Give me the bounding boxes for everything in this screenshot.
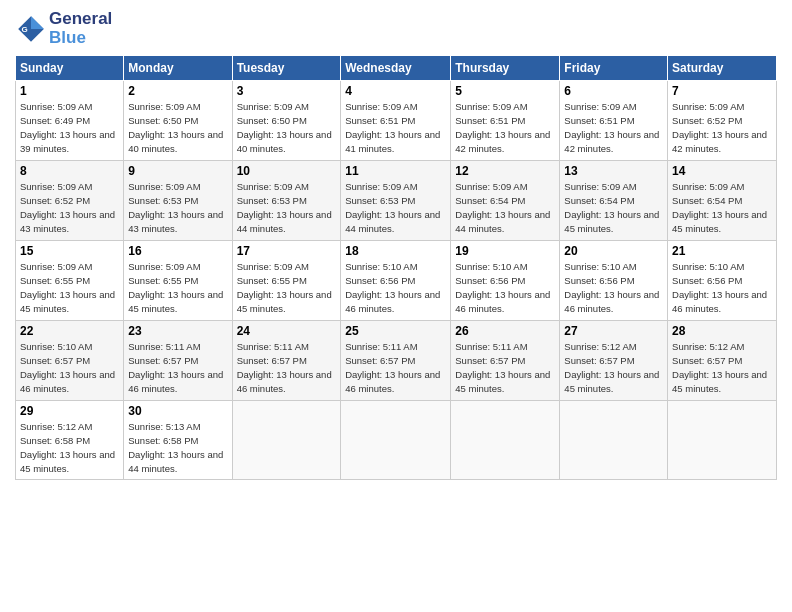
day-info: Sunrise: 5:09 AMSunset: 6:54 PMDaylight:… (455, 181, 550, 233)
header-row: Sunday Monday Tuesday Wednesday Thursday… (16, 56, 777, 81)
day-info: Sunrise: 5:09 AMSunset: 6:52 PMDaylight:… (20, 181, 115, 233)
logo-line2: Blue (49, 29, 112, 48)
day-info: Sunrise: 5:09 AMSunset: 6:50 PMDaylight:… (237, 101, 332, 153)
svg-marker-1 (31, 16, 44, 29)
table-row: 27 Sunrise: 5:12 AMSunset: 6:57 PMDaylig… (560, 321, 668, 401)
day-number: 9 (128, 164, 227, 178)
logo: G General Blue (15, 10, 112, 47)
table-row: 24 Sunrise: 5:11 AMSunset: 6:57 PMDaylig… (232, 321, 341, 401)
day-number: 20 (564, 244, 663, 258)
day-number: 18 (345, 244, 446, 258)
empty-cell (668, 401, 777, 479)
day-number: 13 (564, 164, 663, 178)
day-info: Sunrise: 5:10 AMSunset: 6:56 PMDaylight:… (455, 261, 550, 313)
table-row: 16 Sunrise: 5:09 AMSunset: 6:55 PMDaylig… (124, 241, 232, 321)
table-row: 5 Sunrise: 5:09 AMSunset: 6:51 PMDayligh… (451, 81, 560, 161)
col-sat: Saturday (668, 56, 777, 81)
day-info: Sunrise: 5:09 AMSunset: 6:55 PMDaylight:… (128, 261, 223, 313)
logo-line1: General (49, 10, 112, 29)
day-info: Sunrise: 5:11 AMSunset: 6:57 PMDaylight:… (455, 341, 550, 393)
day-info: Sunrise: 5:09 AMSunset: 6:51 PMDaylight:… (564, 101, 659, 153)
day-info: Sunrise: 5:10 AMSunset: 6:57 PMDaylight:… (20, 341, 115, 393)
table-row: 19 Sunrise: 5:10 AMSunset: 6:56 PMDaylig… (451, 241, 560, 321)
day-number: 25 (345, 324, 446, 338)
day-info: Sunrise: 5:11 AMSunset: 6:57 PMDaylight:… (128, 341, 223, 393)
week-row: 8 Sunrise: 5:09 AMSunset: 6:52 PMDayligh… (16, 161, 777, 241)
week-row: 1 Sunrise: 5:09 AMSunset: 6:49 PMDayligh… (16, 81, 777, 161)
day-number: 29 (20, 404, 119, 418)
day-info: Sunrise: 5:09 AMSunset: 6:51 PMDaylight:… (345, 101, 440, 153)
table-row: 17 Sunrise: 5:09 AMSunset: 6:55 PMDaylig… (232, 241, 341, 321)
table-row: 25 Sunrise: 5:11 AMSunset: 6:57 PMDaylig… (341, 321, 451, 401)
table-row: 11 Sunrise: 5:09 AMSunset: 6:53 PMDaylig… (341, 161, 451, 241)
week-row: 29 Sunrise: 5:12 AMSunset: 6:58 PMDaylig… (16, 401, 777, 479)
day-info: Sunrise: 5:12 AMSunset: 6:58 PMDaylight:… (20, 421, 115, 473)
week-row: 22 Sunrise: 5:10 AMSunset: 6:57 PMDaylig… (16, 321, 777, 401)
logo-icon: G (15, 13, 47, 45)
day-number: 3 (237, 84, 337, 98)
table-row: 30 Sunrise: 5:13 AMSunset: 6:58 PMDaylig… (124, 401, 232, 479)
empty-cell (451, 401, 560, 479)
table-row: 14 Sunrise: 5:09 AMSunset: 6:54 PMDaylig… (668, 161, 777, 241)
day-info: Sunrise: 5:09 AMSunset: 6:54 PMDaylight:… (672, 181, 767, 233)
day-info: Sunrise: 5:12 AMSunset: 6:57 PMDaylight:… (564, 341, 659, 393)
day-info: Sunrise: 5:11 AMSunset: 6:57 PMDaylight:… (237, 341, 332, 393)
table-row: 20 Sunrise: 5:10 AMSunset: 6:56 PMDaylig… (560, 241, 668, 321)
col-wed: Wednesday (341, 56, 451, 81)
day-number: 26 (455, 324, 555, 338)
table-row: 4 Sunrise: 5:09 AMSunset: 6:51 PMDayligh… (341, 81, 451, 161)
day-info: Sunrise: 5:09 AMSunset: 6:53 PMDaylight:… (345, 181, 440, 233)
table-row: 15 Sunrise: 5:09 AMSunset: 6:55 PMDaylig… (16, 241, 124, 321)
day-info: Sunrise: 5:10 AMSunset: 6:56 PMDaylight:… (564, 261, 659, 313)
day-number: 14 (672, 164, 772, 178)
table-row: 12 Sunrise: 5:09 AMSunset: 6:54 PMDaylig… (451, 161, 560, 241)
day-info: Sunrise: 5:11 AMSunset: 6:57 PMDaylight:… (345, 341, 440, 393)
day-number: 7 (672, 84, 772, 98)
day-number: 22 (20, 324, 119, 338)
table-row: 1 Sunrise: 5:09 AMSunset: 6:49 PMDayligh… (16, 81, 124, 161)
page: G General Blue Sunday Monday Tuesday Wed… (0, 0, 792, 612)
day-info: Sunrise: 5:09 AMSunset: 6:55 PMDaylight:… (20, 261, 115, 313)
day-info: Sunrise: 5:12 AMSunset: 6:57 PMDaylight:… (672, 341, 767, 393)
empty-cell (560, 401, 668, 479)
empty-cell (232, 401, 341, 479)
day-number: 27 (564, 324, 663, 338)
day-info: Sunrise: 5:10 AMSunset: 6:56 PMDaylight:… (345, 261, 440, 313)
table-row: 21 Sunrise: 5:10 AMSunset: 6:56 PMDaylig… (668, 241, 777, 321)
day-number: 4 (345, 84, 446, 98)
svg-text:G: G (21, 25, 27, 34)
day-info: Sunrise: 5:09 AMSunset: 6:53 PMDaylight:… (237, 181, 332, 233)
day-number: 12 (455, 164, 555, 178)
day-info: Sunrise: 5:09 AMSunset: 6:54 PMDaylight:… (564, 181, 659, 233)
table-row: 13 Sunrise: 5:09 AMSunset: 6:54 PMDaylig… (560, 161, 668, 241)
day-info: Sunrise: 5:09 AMSunset: 6:52 PMDaylight:… (672, 101, 767, 153)
col-fri: Friday (560, 56, 668, 81)
day-number: 6 (564, 84, 663, 98)
day-number: 24 (237, 324, 337, 338)
table-row: 3 Sunrise: 5:09 AMSunset: 6:50 PMDayligh… (232, 81, 341, 161)
table-row: 7 Sunrise: 5:09 AMSunset: 6:52 PMDayligh… (668, 81, 777, 161)
day-number: 5 (455, 84, 555, 98)
day-number: 21 (672, 244, 772, 258)
day-number: 11 (345, 164, 446, 178)
table-row: 18 Sunrise: 5:10 AMSunset: 6:56 PMDaylig… (341, 241, 451, 321)
table-row: 10 Sunrise: 5:09 AMSunset: 6:53 PMDaylig… (232, 161, 341, 241)
empty-cell (341, 401, 451, 479)
table-row: 6 Sunrise: 5:09 AMSunset: 6:51 PMDayligh… (560, 81, 668, 161)
day-number: 2 (128, 84, 227, 98)
table-row: 9 Sunrise: 5:09 AMSunset: 6:53 PMDayligh… (124, 161, 232, 241)
col-tue: Tuesday (232, 56, 341, 81)
day-info: Sunrise: 5:09 AMSunset: 6:51 PMDaylight:… (455, 101, 550, 153)
table-row: 28 Sunrise: 5:12 AMSunset: 6:57 PMDaylig… (668, 321, 777, 401)
day-info: Sunrise: 5:09 AMSunset: 6:55 PMDaylight:… (237, 261, 332, 313)
day-info: Sunrise: 5:09 AMSunset: 6:53 PMDaylight:… (128, 181, 223, 233)
day-number: 16 (128, 244, 227, 258)
day-info: Sunrise: 5:10 AMSunset: 6:56 PMDaylight:… (672, 261, 767, 313)
col-mon: Monday (124, 56, 232, 81)
day-number: 1 (20, 84, 119, 98)
table-row: 29 Sunrise: 5:12 AMSunset: 6:58 PMDaylig… (16, 401, 124, 479)
day-number: 23 (128, 324, 227, 338)
day-info: Sunrise: 5:09 AMSunset: 6:50 PMDaylight:… (128, 101, 223, 153)
table-row: 26 Sunrise: 5:11 AMSunset: 6:57 PMDaylig… (451, 321, 560, 401)
day-number: 15 (20, 244, 119, 258)
